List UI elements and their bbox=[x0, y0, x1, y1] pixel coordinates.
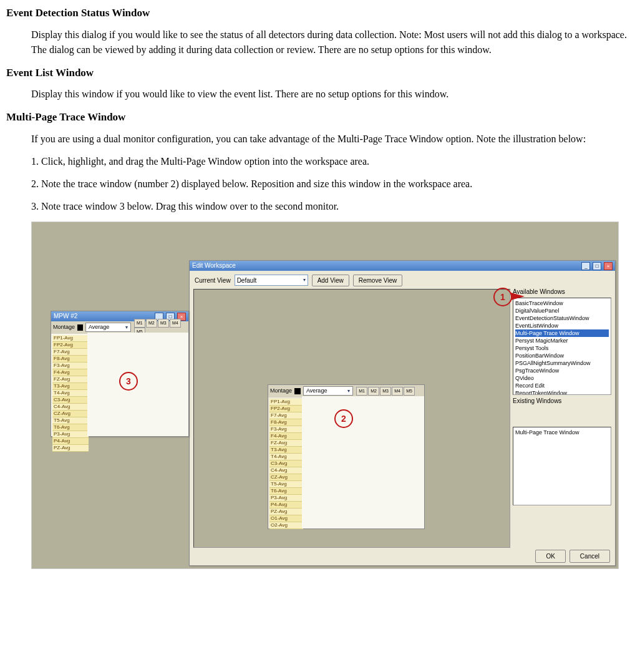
list-item[interactable]: PsgTraceWindow bbox=[515, 367, 609, 374]
current-view-value: Default bbox=[237, 276, 257, 285]
channel-row: FP1-Avg bbox=[269, 399, 303, 406]
channel-row: FZ-Avg bbox=[269, 440, 303, 447]
mpw-title: MPW #2 bbox=[54, 311, 77, 321]
dialog-titlebar[interactable]: Edit Workspace _ □ × bbox=[190, 261, 615, 271]
arrow-right-icon bbox=[511, 293, 525, 300]
channel-row: T6-Avg bbox=[269, 488, 303, 495]
list-item[interactable]: DigitalValuePanel bbox=[515, 307, 609, 314]
channel-row: T3-Avg bbox=[269, 447, 303, 454]
list-item[interactable]: BasicTraceWindow bbox=[515, 299, 609, 307]
list-item-selected[interactable]: Multi-Page Trace Window bbox=[515, 329, 609, 337]
preset-button[interactable]: M4 bbox=[170, 319, 181, 328]
trace-canvas bbox=[302, 396, 424, 528]
preset-button[interactable]: M5 bbox=[404, 387, 415, 396]
callout-1: 1 bbox=[493, 288, 512, 306]
available-windows-list[interactable]: BasicTraceWindow DigitalValuePanel Event… bbox=[513, 298, 611, 395]
montage-dropdown[interactable]: Average ▾ bbox=[85, 323, 131, 332]
montage-toolbar: Montage Average ▾ M1M2M3M4M5 bbox=[268, 385, 424, 397]
channel-row: C4-Avg bbox=[269, 467, 303, 474]
step-1: 1. Click, highlight, and drag the Multi-… bbox=[31, 154, 629, 169]
trace-canvas bbox=[87, 333, 188, 436]
section-intro: If you are using a dual monitor configur… bbox=[31, 132, 629, 147]
channel-row: P3-Avg bbox=[269, 495, 303, 502]
section-heading: Multi-Page Trace Window bbox=[6, 109, 629, 125]
channel-row: CZ-Avg bbox=[269, 474, 303, 481]
chevron-down-icon: ▾ bbox=[125, 324, 128, 331]
channel-row: C3-Avg bbox=[52, 397, 89, 404]
list-item[interactable]: EventDetectionStatusWindow bbox=[515, 314, 609, 322]
montage-swatch-icon bbox=[77, 324, 83, 331]
channel-row: F8-Avg bbox=[269, 419, 303, 426]
channel-row: F3-Avg bbox=[269, 426, 303, 433]
channel-row: T5-Avg bbox=[52, 417, 89, 424]
section-heading: Event Detection Status Window bbox=[6, 5, 629, 21]
current-view-dropdown[interactable]: Default ▾ bbox=[235, 275, 308, 286]
list-item[interactable]: EventListWindow bbox=[515, 322, 609, 329]
channel-row: P4-Avg bbox=[52, 438, 89, 445]
list-item[interactable]: Persyst Tools bbox=[515, 344, 609, 352]
minimize-icon[interactable]: _ bbox=[581, 262, 590, 270]
ok-button[interactable]: OK bbox=[535, 550, 565, 563]
list-item[interactable]: PSGAllNightSummaryWindow bbox=[515, 359, 609, 367]
available-windows-label: Available Windows bbox=[513, 287, 611, 296]
inner-trace-window[interactable]: Montage Average ▾ M1M2M3M4M5 FP1-Avg FP2… bbox=[268, 384, 425, 529]
montage-label: Montage bbox=[270, 387, 292, 396]
channel-row: C4-Avg bbox=[52, 404, 89, 411]
channel-list: FP1-Avg FP2-Avg F7-Avg F8-Avg F3-Avg F4-… bbox=[268, 397, 303, 530]
channel-row: T4-Avg bbox=[52, 390, 89, 397]
step-3: 3. Note trace window 3 below. Drag this … bbox=[31, 199, 629, 214]
chevron-down-icon: ▾ bbox=[303, 276, 306, 284]
close-icon[interactable]: × bbox=[604, 262, 613, 270]
cancel-button[interactable]: Cancel bbox=[570, 550, 610, 563]
montage-label: Montage bbox=[53, 323, 75, 332]
preset-button[interactable]: M2 bbox=[368, 387, 379, 396]
current-view-label: Current View bbox=[195, 276, 231, 285]
add-view-button[interactable]: Add View bbox=[312, 275, 349, 286]
list-item[interactable]: Multi-Page Trace Window bbox=[515, 429, 609, 436]
list-item[interactable]: ReportTokenWindow bbox=[515, 389, 609, 395]
existing-windows-list[interactable]: Multi-Page Trace Window bbox=[513, 427, 611, 505]
preset-button[interactable]: M3 bbox=[158, 319, 169, 328]
channel-row: PZ-Avg bbox=[269, 509, 303, 515]
preset-button[interactable]: M2 bbox=[146, 319, 157, 328]
callout-2: 2 bbox=[334, 409, 353, 428]
channel-row: P4-Avg bbox=[269, 502, 303, 509]
existing-windows-label: Existing Windows bbox=[513, 396, 611, 406]
channel-row: FP2-Avg bbox=[269, 406, 303, 412]
list-item[interactable]: PositionBarWindow bbox=[515, 352, 609, 359]
preset-button[interactable]: M4 bbox=[392, 387, 403, 396]
list-item[interactable]: Record Edit bbox=[515, 382, 609, 389]
step-2: 2. Note the trace window (number 2) disp… bbox=[31, 177, 629, 192]
preset-button[interactable]: M1 bbox=[134, 319, 145, 328]
channel-row: T6-Avg bbox=[52, 424, 89, 431]
maximize-icon[interactable]: □ bbox=[593, 262, 601, 270]
list-item[interactable]: Persyst MagicMarker bbox=[515, 337, 609, 344]
montage-preset-buttons: M1M2M3M4M5 bbox=[356, 387, 415, 396]
mpw-floating-window[interactable]: MPW #2 _ □ × Montage Average ▾ M1M2M3M4M… bbox=[51, 311, 189, 437]
channel-row: O1-Avg bbox=[269, 515, 303, 522]
montage-dropdown[interactable]: Average ▾ bbox=[303, 386, 353, 396]
channel-row: T4-Avg bbox=[269, 454, 303, 460]
section-body: Display this window if you would like to… bbox=[31, 87, 629, 102]
channel-row: O2-Avg bbox=[269, 522, 303, 529]
channel-row: FP2-Avg bbox=[52, 342, 89, 349]
channel-row: FP1-Avg bbox=[52, 335, 89, 342]
channel-row: T3-Avg bbox=[52, 383, 89, 390]
chevron-down-icon: ▾ bbox=[347, 387, 350, 395]
montage-swatch-icon bbox=[294, 388, 301, 394]
montage-value: Average bbox=[89, 323, 109, 332]
dialog-title: Edit Workspace bbox=[192, 261, 236, 271]
preset-button[interactable]: M1 bbox=[356, 387, 367, 396]
channel-row: CZ-Avg bbox=[52, 411, 89, 417]
montage-value: Average bbox=[306, 387, 327, 396]
remove-view-button[interactable]: Remove View bbox=[353, 275, 403, 286]
list-item[interactable]: QVideo bbox=[515, 374, 609, 382]
illustration-screenshot: Edit Workspace _ □ × Current View Defaul… bbox=[31, 222, 619, 569]
channel-row: F4-Avg bbox=[269, 433, 303, 440]
channel-row: C3-Avg bbox=[269, 460, 303, 467]
channel-row: FZ-Avg bbox=[52, 376, 89, 383]
channel-row: F4-Avg bbox=[52, 369, 89, 376]
edit-workspace-dialog: Edit Workspace _ □ × Current View Defaul… bbox=[189, 260, 616, 566]
channel-row: F3-Avg bbox=[52, 363, 89, 369]
preset-button[interactable]: M3 bbox=[380, 387, 391, 396]
